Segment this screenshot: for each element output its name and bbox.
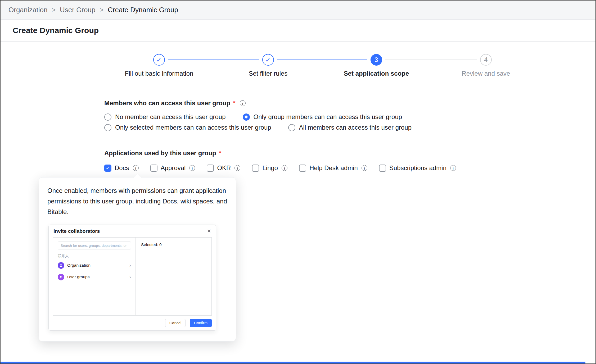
invite-collaborators-preview: Invite collaborators ✕ 联系人 Organization …	[48, 225, 216, 331]
step-2-label: Set filter rules	[249, 70, 288, 77]
step-3-label: Set application scope	[344, 70, 409, 77]
radio-label: All members can access this user group	[299, 124, 412, 131]
preview-modal-header: Invite collaborators ✕	[49, 225, 216, 237]
docs-info-tooltip: Once enabled, members with permissions c…	[39, 177, 236, 342]
radio-label: No member can access this user group	[115, 113, 226, 121]
chevron-right-icon: ›	[129, 263, 131, 268]
close-icon: ✕	[207, 229, 211, 234]
breadcrumb-item-user-group[interactable]: User Group	[60, 6, 95, 14]
members-options: No member can access this user group Onl…	[104, 112, 412, 133]
cancel-button: Cancel	[165, 319, 186, 327]
required-mark: *	[233, 99, 235, 107]
step-filter-rules: ✓ Set filter rules	[210, 54, 326, 77]
checkbox-approval[interactable]: Approval i	[150, 164, 195, 172]
radio-all-members[interactable]: All members can access this user group	[288, 124, 412, 131]
user-groups-avatar-icon	[58, 274, 64, 280]
chevron-right-icon: ›	[129, 275, 131, 279]
docs-tooltip-text: Once enabled, members with permissions c…	[47, 185, 227, 217]
checkbox-label: Approval	[161, 164, 186, 172]
search-input	[58, 242, 131, 249]
selected-count: Selected: 0	[141, 242, 162, 247]
step-application-scope: 3 Set application scope	[318, 54, 435, 77]
members-section-label: Members who can access this user group	[104, 99, 230, 107]
step-2-check-icon[interactable]: ✓	[262, 54, 274, 66]
radio-label: Only group members can can access this u…	[254, 113, 402, 121]
breadcrumb: Organization > User Group > Create Dynam…	[1, 1, 595, 20]
list-item-organization: Organization ›	[58, 261, 131, 270]
preview-modal-footer: Cancel Confirm	[49, 316, 216, 330]
list-item-user-groups: User groups ›	[58, 272, 131, 282]
page-title-bar: Create Dynamic Group	[1, 20, 595, 42]
step-4-number: 4	[480, 54, 492, 66]
organization-avatar-icon	[58, 262, 64, 269]
info-icon[interactable]: i	[282, 165, 287, 171]
breadcrumb-item-organization[interactable]: Organization	[8, 6, 47, 14]
info-icon[interactable]: i	[240, 100, 246, 106]
checkbox-label: OKR	[217, 164, 231, 172]
applications-section-label: Applications used by this user group	[104, 149, 216, 157]
checkbox-subscriptions-admin[interactable]: Subscriptions admin i	[379, 164, 456, 172]
radio-icon	[104, 124, 111, 131]
checkbox-lingo[interactable]: Lingo i	[252, 164, 287, 172]
applications-section: Applications used by this user group * ✓…	[104, 149, 456, 173]
checkbox-icon	[379, 165, 386, 172]
breadcrumb-separator-icon: >	[100, 6, 103, 14]
step-review-and-save: 4 Review and save	[428, 54, 544, 77]
info-icon[interactable]: i	[362, 165, 367, 171]
checkbox-docs[interactable]: ✓ Docs i	[104, 164, 139, 172]
members-options-row-2: Only selected members can can access thi…	[104, 122, 412, 133]
confirm-button: Confirm	[190, 319, 212, 327]
applications-section-label-row: Applications used by this user group *	[104, 149, 456, 157]
contacts-group-label: 联系人	[58, 254, 131, 258]
info-icon[interactable]: i	[234, 165, 240, 171]
list-item-label: User groups	[67, 275, 89, 279]
step-1-label: Fill out basic information	[125, 70, 193, 77]
step-1-check-icon[interactable]: ✓	[153, 54, 165, 66]
info-icon[interactable]: i	[450, 165, 456, 171]
radio-icon	[104, 113, 111, 121]
members-options-row-1: No member can access this user group Onl…	[104, 112, 412, 122]
checkbox-okr[interactable]: OKR i	[207, 164, 240, 172]
applications-checkbox-row: ✓ Docs i Approval i OKR i Lingo i He	[104, 163, 456, 173]
preview-modal-selected-panel: Selected: 0	[136, 238, 211, 315]
info-icon[interactable]: i	[133, 165, 139, 171]
checkbox-icon	[299, 165, 306, 172]
breadcrumb-item-current: Create Dynamic Group	[108, 6, 178, 14]
breadcrumb-separator-icon: >	[52, 6, 56, 14]
checkbox-help-desk-admin[interactable]: Help Desk admin i	[299, 164, 367, 172]
step-4-label: Review and save	[462, 70, 510, 77]
admin-console-window: Organization > User Group > Create Dynam…	[0, 0, 596, 364]
bottom-accent-bar	[1, 362, 585, 363]
preview-modal-picker-panel: 联系人 Organization › User groups ›	[53, 238, 136, 315]
checkbox-label: Docs	[115, 164, 129, 172]
checkbox-label: Lingo	[262, 164, 278, 172]
members-access-section: Members who can access this user group *…	[104, 99, 412, 133]
radio-icon	[288, 124, 295, 131]
radio-only-selected-members[interactable]: Only selected members can can access thi…	[104, 124, 271, 131]
preview-modal-body: 联系人 Organization › User groups ›	[53, 237, 212, 316]
step-3-number: 3	[371, 54, 382, 66]
checkbox-icon	[252, 165, 259, 172]
radio-no-member[interactable]: No member can access this user group	[104, 113, 226, 121]
checkbox-label: Help Desk admin	[309, 164, 358, 172]
checkbox-checked-icon: ✓	[104, 165, 111, 172]
members-section-label-row: Members who can access this user group *…	[104, 99, 412, 107]
page-title: Create Dynamic Group	[13, 26, 99, 35]
radio-only-group-members[interactable]: Only group members can can access this u…	[243, 113, 402, 121]
step-basic-information: ✓ Fill out basic information	[101, 54, 217, 77]
checkbox-label: Subscriptions admin	[389, 164, 446, 172]
preview-modal-title: Invite collaborators	[53, 228, 100, 234]
list-item-label: Organization	[67, 263, 91, 268]
checkbox-icon	[207, 165, 214, 172]
radio-selected-icon	[243, 113, 250, 121]
info-icon[interactable]: i	[189, 165, 195, 171]
radio-label: Only selected members can can access thi…	[115, 124, 271, 131]
checkbox-icon	[150, 165, 157, 172]
required-mark: *	[219, 149, 221, 157]
